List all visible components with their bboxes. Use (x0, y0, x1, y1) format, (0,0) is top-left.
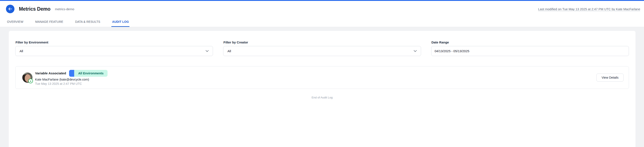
environment-badge: All Environments (69, 70, 108, 77)
view-details-button[interactable]: View Details (596, 74, 624, 82)
entry-user: Kate MacFarlane (kate@devcycle.com) (35, 78, 108, 81)
feature-key: metrics-demo (55, 7, 74, 11)
last-modified-text: Last modified on Tue May 13 2025 at 2:47… (538, 7, 640, 11)
back-arrow-icon (8, 8, 12, 11)
tab-audit-log[interactable]: AUDIT LOG (111, 17, 130, 27)
chevron-down-icon (414, 50, 417, 52)
entry-title-row: Variable Associated All Environments (35, 70, 108, 77)
audit-entry-row: + Variable Associated All Environments K… (15, 66, 629, 89)
end-of-audit-log: End of Audit Log (15, 96, 629, 99)
environment-color-swatch (69, 70, 74, 77)
environment-select-value: All (20, 49, 23, 53)
creator-select-value: All (228, 49, 231, 53)
creator-select[interactable]: All (223, 46, 421, 56)
header-title-row: Metrics Demo metrics-demo Last modified … (6, 1, 640, 17)
avatar: + (22, 72, 32, 83)
entry-timestamp: Tue May 13 2025 at 2:47 PM UTC (35, 82, 108, 85)
chevron-down-icon (206, 50, 209, 52)
content-area: Filter by Environment All Filter by Crea… (0, 27, 644, 147)
page-title: Metrics Demo (19, 6, 50, 12)
plus-icon: + (28, 79, 33, 83)
tab-data-results[interactable]: DATA & RESULTS (74, 17, 101, 27)
environment-badge-label: All Environments (74, 70, 108, 77)
filter-date-range: Date Range (431, 41, 629, 56)
tab-overview[interactable]: OVERVIEW (6, 17, 24, 27)
back-button[interactable] (6, 5, 14, 13)
header: Metrics Demo metrics-demo Last modified … (0, 1, 644, 27)
filters-row: Filter by Environment All Filter by Crea… (15, 41, 629, 56)
page: Metrics Demo metrics-demo Last modified … (0, 0, 644, 147)
tab-bar: OVERVIEW MANAGE FEATURE DATA & RESULTS A… (6, 17, 640, 27)
entry-action: Variable Associated (35, 71, 66, 75)
filter-environment: Filter by Environment All (15, 41, 213, 56)
audit-log-card: Filter by Environment All Filter by Crea… (9, 31, 636, 147)
date-range-label: Date Range (432, 41, 629, 44)
entry-text-block: Variable Associated All Environments Kat… (35, 70, 108, 85)
filter-creator: Filter by Creator All (223, 41, 421, 56)
environment-select[interactable]: All (15, 46, 213, 56)
date-range-input[interactable] (431, 46, 629, 56)
tab-manage-feature[interactable]: MANAGE FEATURE (35, 17, 64, 27)
filter-environment-label: Filter by Environment (16, 41, 213, 44)
filter-creator-label: Filter by Creator (224, 41, 421, 44)
